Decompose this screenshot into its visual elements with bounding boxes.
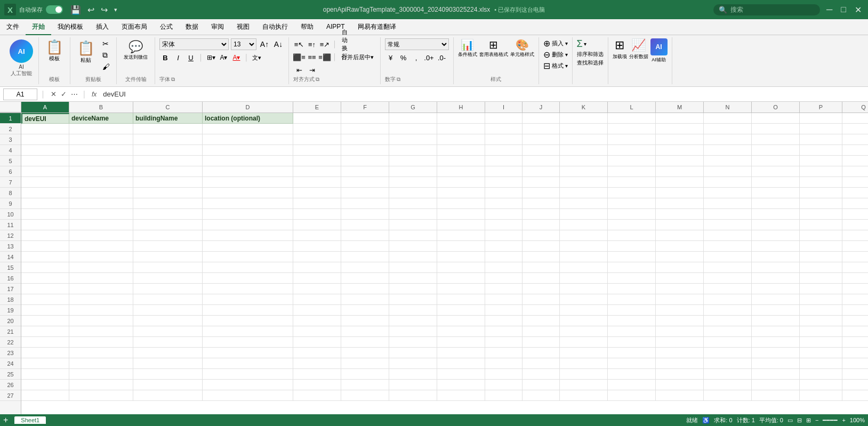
cell-L11[interactable] xyxy=(608,220,656,230)
cell-C13[interactable] xyxy=(133,241,203,252)
row-num-15[interactable]: 15 xyxy=(0,262,21,273)
cell-K14[interactable] xyxy=(560,252,608,262)
cell-B27[interactable] xyxy=(69,390,133,401)
cell-D6[interactable] xyxy=(203,166,293,177)
cell-B18[interactable] xyxy=(69,294,133,305)
cell-K17[interactable] xyxy=(560,284,608,294)
cell-C7[interactable] xyxy=(133,177,203,188)
cell-F26[interactable] xyxy=(341,380,389,390)
cell-H9[interactable] xyxy=(437,198,485,209)
cell-A24[interactable] xyxy=(21,358,69,369)
cell-F15[interactable] xyxy=(341,262,389,273)
cell-F21[interactable] xyxy=(341,326,389,337)
cell-J10[interactable] xyxy=(523,209,560,220)
ai-assist-button[interactable]: AI AI辅助 xyxy=(650,38,668,63)
cell-I25[interactable] xyxy=(485,369,523,380)
align-right[interactable]: ≡⬛ xyxy=(319,51,331,63)
cell-H20[interactable] xyxy=(437,316,485,326)
cell-M6[interactable] xyxy=(656,166,704,177)
customize-button[interactable]: ▾ xyxy=(112,5,119,15)
cell-L15[interactable] xyxy=(608,262,656,273)
percent-button[interactable]: % xyxy=(398,52,409,63)
cell-Q26[interactable] xyxy=(842,380,868,390)
row-num-20[interactable]: 20 xyxy=(0,316,21,326)
cell-N3[interactable] xyxy=(704,134,752,145)
cell-C27[interactable] xyxy=(133,390,203,401)
cell-E7[interactable] xyxy=(293,177,341,188)
cell-J19[interactable] xyxy=(523,305,560,316)
cell-J26[interactable] xyxy=(523,380,560,390)
cell-O18[interactable] xyxy=(752,294,800,305)
cell-I26[interactable] xyxy=(485,380,523,390)
cell-K16[interactable] xyxy=(560,273,608,284)
cell-J25[interactable] xyxy=(523,369,560,380)
cell-E10[interactable] xyxy=(293,209,341,220)
decimal-decrease[interactable]: .0- xyxy=(436,52,448,63)
cell-H1[interactable] xyxy=(437,113,485,124)
cell-A17[interactable] xyxy=(21,284,69,294)
cell-H27[interactable] xyxy=(437,390,485,401)
conditional-format-button[interactable]: 📊 条件格式 xyxy=(458,38,477,58)
cell-G21[interactable] xyxy=(389,326,437,337)
cell-O4[interactable] xyxy=(752,145,800,156)
cell-P5[interactable] xyxy=(800,156,842,166)
cell-F7[interactable] xyxy=(341,177,389,188)
cell-O8[interactable] xyxy=(752,188,800,198)
cell-N13[interactable] xyxy=(704,241,752,252)
cell-I6[interactable] xyxy=(485,166,523,177)
cell-M10[interactable] xyxy=(656,209,704,220)
row-num-7[interactable]: 7 xyxy=(0,177,21,188)
cell-M24[interactable] xyxy=(656,358,704,369)
cell-P2[interactable] xyxy=(800,124,842,134)
cell-P16[interactable] xyxy=(800,273,842,284)
cell-Q14[interactable] xyxy=(842,252,868,262)
cell-C16[interactable] xyxy=(133,273,203,284)
cell-B12[interactable] xyxy=(69,230,133,241)
cell-A21[interactable] xyxy=(21,326,69,337)
cell-G24[interactable] xyxy=(389,358,437,369)
col-header-M[interactable]: M xyxy=(656,102,704,112)
cell-F5[interactable] xyxy=(341,156,389,166)
cell-J18[interactable] xyxy=(523,294,560,305)
number-format-select[interactable]: 常规 xyxy=(385,38,449,50)
cell-D15[interactable] xyxy=(203,262,293,273)
cell-M9[interactable] xyxy=(656,198,704,209)
cell-I21[interactable] xyxy=(485,326,523,337)
cell-A1[interactable]: devEUI xyxy=(21,113,69,124)
cell-A26[interactable] xyxy=(21,380,69,390)
cell-B14[interactable] xyxy=(69,252,133,262)
save-button[interactable]: 💾 xyxy=(68,5,83,15)
cell-E18[interactable] xyxy=(293,294,341,305)
cell-J8[interactable] xyxy=(523,188,560,198)
cell-D27[interactable] xyxy=(203,390,293,401)
cell-L17[interactable] xyxy=(608,284,656,294)
cell-P23[interactable] xyxy=(800,348,842,358)
row-num-23[interactable]: 23 xyxy=(0,348,21,358)
cell-E25[interactable] xyxy=(293,369,341,380)
col-header-D[interactable]: D xyxy=(203,102,293,112)
cell-N1[interactable] xyxy=(704,113,752,124)
cell-K13[interactable] xyxy=(560,241,608,252)
cell-C26[interactable] xyxy=(133,380,203,390)
cell-L16[interactable] xyxy=(608,273,656,284)
cell-J13[interactable] xyxy=(523,241,560,252)
cell-N7[interactable] xyxy=(704,177,752,188)
cell-L20[interactable] xyxy=(608,316,656,326)
cell-L18[interactable] xyxy=(608,294,656,305)
search-input[interactable] xyxy=(730,6,805,13)
cell-C3[interactable] xyxy=(133,134,203,145)
cell-A15[interactable] xyxy=(21,262,69,273)
tab-home[interactable]: 开始 xyxy=(26,19,51,35)
cell-C11[interactable] xyxy=(133,220,203,230)
row-num-2[interactable]: 2 xyxy=(0,124,21,134)
cell-D24[interactable] xyxy=(203,358,293,369)
row-num-26[interactable]: 26 xyxy=(0,380,21,390)
cell-F8[interactable] xyxy=(341,188,389,198)
cell-H2[interactable] xyxy=(437,124,485,134)
cell-K2[interactable] xyxy=(560,124,608,134)
indent-increase[interactable]: ⇥ xyxy=(306,64,318,76)
align-expand[interactable]: ⧉ xyxy=(316,76,319,83)
cell-P27[interactable] xyxy=(800,390,842,401)
cell-A16[interactable] xyxy=(21,273,69,284)
cell-C6[interactable] xyxy=(133,166,203,177)
